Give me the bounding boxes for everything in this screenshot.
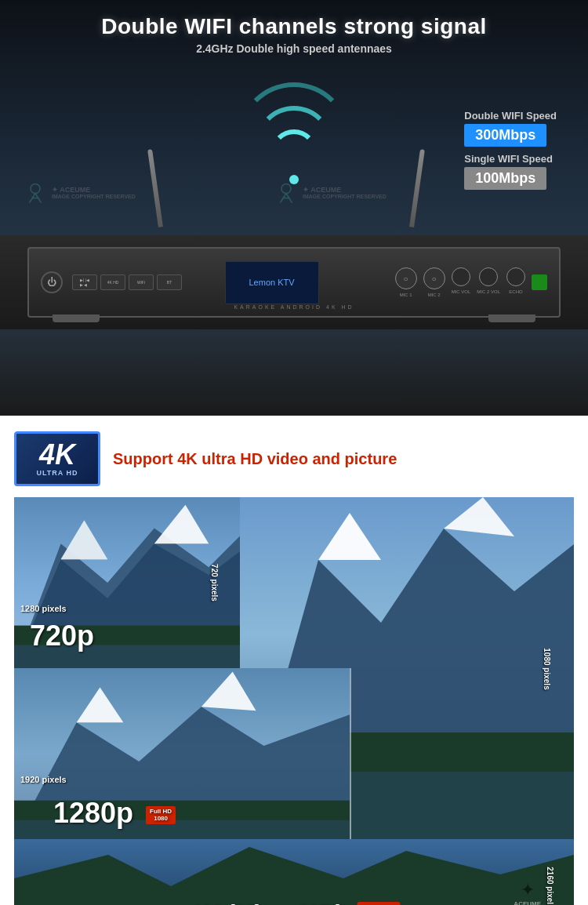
ultra-sub-text: ULTRA HD <box>37 469 78 477</box>
knob-1-label: MIC 1 <box>400 293 412 297</box>
px-1280: 1280 pixels <box>20 604 67 613</box>
device-power-button: ⏻ <box>41 271 63 293</box>
device-btn-3: WiFi <box>129 274 154 290</box>
device-screen: Lemon KTV <box>225 261 319 304</box>
device-body: ⏻ ▶| |◀▶ ◀ 4K HD WiFi BT Lemon KTV ○ MIC… <box>27 247 561 318</box>
knob-5-label: ECHO <box>509 289 522 294</box>
label-720p: 720p <box>30 620 94 652</box>
double-speed-badge: 300Mbps <box>464 124 546 147</box>
knob-3 <box>452 267 470 286</box>
device-btn-1: ▶| |◀▶ ◀ <box>72 274 97 290</box>
badge-4k-small: 4K ULTRA HD <box>358 902 401 905</box>
device-foot-left <box>53 314 100 322</box>
ultra-badge: 4K ULTRA HD <box>14 431 100 486</box>
panel-720p: 720p 1280 pixels 720 pixels <box>14 497 241 670</box>
wifi-icon <box>231 98 357 184</box>
single-speed-label: Single WIFI Speed <box>464 153 557 165</box>
knob-5 <box>506 267 525 286</box>
device-btn-2: 4K HD <box>100 274 125 290</box>
px-1920: 1920 pixels <box>20 775 67 784</box>
device-label: KARAOKE ANDROID 4K HD <box>234 304 354 310</box>
device-btn-4: BT <box>157 274 182 290</box>
knob-4 <box>479 267 498 286</box>
ultra-section: 4K ULTRA HD Support 4K ultra HD video an… <box>0 416 588 905</box>
ultra-header: 4K ULTRA HD Support 4K ultra HD video an… <box>14 431 574 486</box>
wifi-title: Double WIFI channels strong signal <box>0 0 588 39</box>
single-speed-badge: 100Mbps <box>464 167 546 190</box>
svg-point-0 <box>31 184 40 194</box>
device-knobs: ○ MIC 1 ○ MIC 2 MIC VOL MIC 2 VOL E <box>395 267 547 297</box>
ultra-4k-text: 4K <box>39 441 75 469</box>
indicator-green <box>532 274 547 290</box>
px-1080v: 1080 pixels <box>543 648 551 689</box>
antenna-left <box>147 149 163 227</box>
device-feet <box>53 314 535 322</box>
wifi-arc-inner <box>270 129 318 176</box>
watermark-left: ✦ ACEUME IMAGE COPYRIGHT RESERVED <box>24 180 136 204</box>
knob-2-label: MIC 2 <box>428 293 441 297</box>
double-speed-label: Double WIFI Speed <box>464 110 557 122</box>
device-buttons: ▶| |◀▶ ◀ 4K HD WiFi BT <box>72 274 182 290</box>
wifi-section: Double WIFI channels strong signal 2.4GH… <box>0 0 588 416</box>
wifi-subtitle: 2.4GHz Double high speed antennaes <box>0 42 588 55</box>
label-1280p: 1280p Full HD 1080 <box>53 797 176 830</box>
label-4k: 4K (Ultra HD) 4K ULTRA HD <box>187 900 400 905</box>
wifi-arcs <box>231 98 357 176</box>
px-720v: 720 pixels <box>211 564 220 602</box>
panel-1280p: 1280p Full HD 1080 1920 pixels <box>14 668 351 841</box>
px-2160v: 2160 pixels <box>546 867 554 905</box>
resolution-grid: 720p 1280 pixels 720 pixels <box>14 497 574 905</box>
knob-1: ○ <box>395 267 417 289</box>
fullhd-badge: Full HD 1080 <box>146 806 176 824</box>
knob-4-label: MIC 2 VOL <box>477 289 500 294</box>
device-container: ⏻ ▶| |◀▶ ◀ 4K HD WiFi BT Lemon KTV ○ MIC… <box>0 235 588 329</box>
panel-4k: ✦ ACEUME image copyright reserved 3840 o… <box>14 839 574 905</box>
device-foot-right <box>488 314 535 322</box>
watermark-right: ✦ ACEUME IMAGE COPYRIGHT RESERVED <box>274 180 387 204</box>
speed-info: Double WIFI Speed 300Mbps Single WIFI Sp… <box>464 110 557 196</box>
antenna-right <box>409 149 425 227</box>
svg-point-4 <box>281 184 291 194</box>
knob-2: ○ <box>423 267 445 289</box>
knob-3-label: MIC VOL <box>452 289 471 294</box>
ultra-title: Support 4K ultra HD video and picture <box>113 450 397 468</box>
